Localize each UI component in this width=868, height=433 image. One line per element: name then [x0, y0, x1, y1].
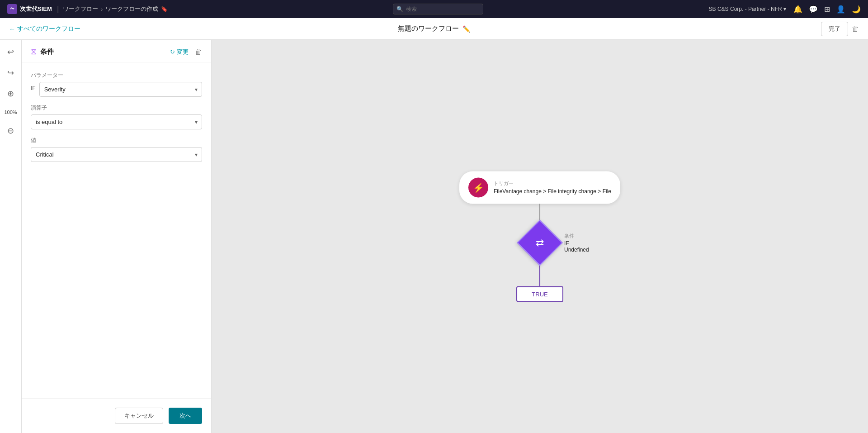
back-label: すべてのワークフロー [17, 25, 80, 33]
grid-icon[interactable]: ⊞ [824, 5, 830, 14]
sidebar-tools: ↩ ↪ ⊕ 100% ⊖ [0, 40, 22, 433]
trigger-desc: FileVantage change > File integrity chan… [494, 187, 611, 195]
operator-label: 演算子 [31, 104, 202, 112]
diamond-wrapper: ⇄ 条件 IF Undefined [524, 226, 556, 259]
logo-icon [7, 4, 17, 14]
subheader-left: ← すべてのワークフロー [9, 25, 80, 33]
workflow-title: 無題のワークフロー [398, 24, 459, 33]
bell-icon[interactable]: 🔔 [793, 5, 802, 14]
panel-title: 条件 [40, 48, 54, 56]
value-label: 値 [31, 137, 202, 144]
chat-icon[interactable]: 💬 [809, 5, 818, 14]
user-icon[interactable]: 👤 [836, 5, 845, 14]
condition-icon: ⧖ [31, 47, 37, 57]
company-label[interactable]: SB C&S Corp. - Partner - NFR ▾ [709, 6, 786, 12]
nav-icons: 🔔 💬 ⊞ 👤 🌙 [793, 5, 861, 14]
panel-header: ⧖ 条件 ↻ 変更 🗑 [22, 40, 211, 62]
refresh-button[interactable]: ↻ 変更 [170, 48, 189, 56]
main-area: ↩ ↪ ⊕ 100% ⊖ ⧖ 条件 ↻ 変更 🗑 パラメーター I [0, 40, 868, 433]
condition-diamond[interactable]: ⇄ [517, 219, 563, 266]
refresh-icon: ↻ [170, 48, 175, 55]
condition-label-bottom: IF Undefined [564, 240, 589, 253]
zoom-out-button[interactable]: ⊖ [5, 124, 16, 138]
back-arrow-icon: ← [9, 25, 15, 33]
done-button[interactable]: 完了 [821, 22, 848, 36]
trigger-label: トリガー [494, 180, 611, 186]
value-select-wrapper: Critical [31, 147, 202, 162]
panel-title-row: ⧖ 条件 [31, 47, 54, 57]
breadcrumb-workflow[interactable]: ワークフロー [63, 5, 98, 13]
cancel-button[interactable]: キャンセル [115, 408, 163, 424]
search-input[interactable] [393, 4, 483, 14]
breadcrumb: │ ワークフロー › ワークフローの作成 🔖 [57, 5, 168, 13]
panel-footer: キャンセル 次へ [22, 398, 211, 433]
svg-rect-0 [9, 6, 15, 12]
undo-button[interactable]: ↩ [5, 45, 16, 59]
title-area: 無題のワークフロー ✏️ [398, 24, 470, 33]
breadcrumb-create: ワークフローの作成 [105, 5, 158, 13]
panel-body: パラメーター IF Severity 演算子 is equal to [22, 62, 211, 178]
app-logo: 次世代SIEM [7, 4, 52, 14]
moon-icon[interactable]: 🌙 [852, 5, 861, 14]
trash-icon[interactable]: 🗑 [852, 25, 859, 33]
value-group: 値 Critical [31, 137, 202, 162]
operator-select-wrapper: is equal to [31, 114, 202, 129]
app-name: 次世代SIEM [20, 5, 52, 13]
panel-header-right: ↻ 変更 🗑 [170, 48, 202, 56]
refresh-label: 変更 [177, 48, 189, 56]
redo-button[interactable]: ↪ [5, 66, 16, 80]
operator-select[interactable]: is equal to [31, 114, 202, 129]
true-label: TRUE [532, 290, 547, 297]
back-button[interactable]: ← すべてのワークフロー [9, 25, 80, 33]
topnav: 次世代SIEM │ ワークフロー › ワークフローの作成 🔖 🔍 SB C&S … [0, 0, 868, 18]
trigger-text-area: トリガー FileVantage change > File integrity… [494, 180, 611, 195]
bookmark-icon[interactable]: 🔖 [161, 6, 168, 12]
topnav-left: 次世代SIEM │ ワークフロー › ワークフローの作成 🔖 [7, 4, 168, 14]
workflow-canvas[interactable]: ⚡ トリガー FileVantage change > File integri… [212, 40, 868, 433]
true-node[interactable]: TRUE [516, 286, 563, 302]
trigger-icon-circle: ⚡ [468, 177, 488, 197]
delete-button[interactable]: 🗑 [195, 48, 202, 56]
bolt-icon: ⚡ [473, 182, 484, 193]
trigger-node[interactable]: ⚡ トリガー FileVantage change > File integri… [459, 171, 620, 204]
next-button[interactable]: 次へ [169, 408, 202, 424]
value-select[interactable]: Critical [31, 147, 202, 162]
condition-label-top: 条件 [564, 233, 589, 239]
subheader-right: 完了 🗑 [821, 22, 859, 36]
if-label: IF [31, 85, 36, 91]
operator-group: 演算子 is equal to [31, 104, 202, 129]
condition-diamond-icon: ⇄ [536, 237, 544, 248]
param-select[interactable]: Severity [39, 82, 202, 97]
flow-container: ⚡ トリガー FileVantage change > File integri… [459, 171, 620, 302]
zoom-in-button[interactable]: ⊕ [5, 87, 16, 100]
edit-icon[interactable]: ✏️ [462, 25, 470, 33]
parameter-group: パラメーター IF Severity [31, 71, 202, 97]
zoom-level: 100% [2, 108, 19, 117]
condition-panel: ⧖ 条件 ↻ 変更 🗑 パラメーター IF Severity [22, 40, 212, 433]
search-container: 🔍 [393, 4, 483, 14]
subheader: ← すべてのワークフロー 無題のワークフロー ✏️ 完了 🗑 [0, 18, 868, 40]
param-label: パラメーター [31, 71, 202, 79]
param-select-wrapper: Severity [39, 82, 202, 97]
search-icon: 🔍 [396, 6, 403, 12]
topnav-right: SB C&S Corp. - Partner - NFR ▾ 🔔 💬 ⊞ 👤 🌙 [709, 5, 861, 14]
condition-label: 条件 IF Undefined [564, 233, 589, 253]
